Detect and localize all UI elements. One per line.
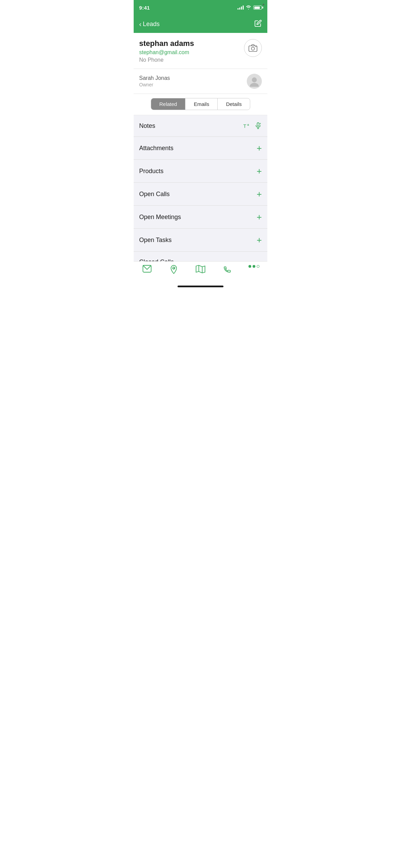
avatar-icon	[249, 76, 260, 87]
open-tasks-section: Open Tasks +	[134, 229, 267, 252]
owner-name: Sarah Jonas	[139, 75, 247, 81]
battery-icon	[253, 5, 262, 10]
owner-role: Owner	[139, 82, 247, 87]
svg-text:+: +	[259, 122, 261, 125]
tab-group: Related Emails Details	[151, 98, 251, 110]
attachments-add-button[interactable]: +	[257, 144, 262, 153]
products-label: Products	[139, 168, 163, 175]
contact-info: stephan adams stephan@gmail.com No Phone	[139, 39, 240, 63]
add-photo-button[interactable]: + +	[244, 39, 262, 57]
home-indicator	[178, 286, 223, 287]
owner-row: Sarah Jonas Owner	[134, 69, 267, 94]
svg-rect-7	[257, 123, 259, 126]
open-calls-label: Open Calls	[139, 191, 170, 198]
svg-point-1	[251, 47, 254, 50]
open-tasks-label: Open Tasks	[139, 237, 172, 244]
text-plus-icon: T +	[243, 122, 250, 130]
owner-info: Sarah Jonas Owner	[139, 75, 247, 87]
products-add-button[interactable]: +	[257, 167, 262, 176]
tab-map[interactable]	[187, 265, 214, 273]
tabs-container: Related Emails Details	[134, 94, 267, 115]
map-tab-icon	[196, 265, 205, 273]
svg-point-3	[252, 77, 257, 82]
attachments-label: Attachments	[139, 145, 173, 152]
open-calls-section: Open Calls +	[134, 183, 267, 206]
contact-name: stephan adams	[139, 39, 240, 48]
notes-section: Notes T + +	[134, 115, 267, 137]
edit-button[interactable]	[254, 20, 262, 29]
camera-plus: +	[263, 3, 265, 7]
back-button[interactable]: ‹ Leads	[139, 21, 160, 28]
tab-phone[interactable]	[214, 265, 241, 273]
svg-text:+: +	[247, 123, 249, 127]
location-tab-icon	[170, 265, 178, 274]
open-tasks-add-button[interactable]: +	[257, 236, 262, 244]
notes-actions: T + +	[243, 122, 262, 130]
status-icons	[238, 5, 262, 10]
tab-email[interactable]	[134, 265, 160, 273]
nav-back-label: Leads	[143, 21, 160, 28]
contact-email[interactable]: stephan@gmail.com	[139, 49, 240, 56]
attachments-section: Attachments +	[134, 137, 267, 160]
open-meetings-section: Open Meetings +	[134, 206, 267, 229]
email-tab-icon	[143, 265, 151, 273]
open-calls-add-button[interactable]: +	[257, 190, 262, 198]
status-time: 9:41	[139, 5, 150, 11]
notes-text-add-button[interactable]: T +	[243, 122, 250, 130]
owner-avatar	[247, 74, 262, 89]
tab-more[interactable]	[241, 265, 267, 268]
signal-icon	[238, 5, 244, 10]
contact-phone: No Phone	[139, 57, 240, 63]
wifi-icon	[246, 5, 251, 10]
camera-icon: +	[248, 44, 257, 52]
tab-location[interactable]	[160, 265, 187, 274]
phone-tab-icon	[223, 265, 231, 273]
status-bar: 9:41	[134, 0, 267, 15]
svg-text:+: +	[255, 45, 256, 48]
open-meetings-label: Open Meetings	[139, 214, 181, 221]
notes-mic-add-button[interactable]: +	[254, 122, 262, 130]
tab-related[interactable]: Related	[151, 98, 186, 110]
back-arrow-icon: ‹	[139, 21, 142, 27]
nav-bar: ‹ Leads	[134, 15, 267, 33]
bottom-tab-bar	[134, 261, 267, 289]
more-dots-icon	[248, 265, 259, 268]
tab-emails[interactable]: Emails	[185, 98, 218, 110]
mic-icon: +	[254, 122, 262, 130]
notes-label: Notes	[139, 122, 155, 130]
open-meetings-add-button[interactable]: +	[257, 213, 262, 221]
contact-header: stephan adams stephan@gmail.com No Phone…	[134, 33, 267, 69]
svg-text:T: T	[243, 123, 246, 129]
products-section: Products +	[134, 160, 267, 183]
tab-details[interactable]: Details	[218, 98, 250, 110]
svg-point-4	[250, 83, 259, 87]
svg-marker-13	[196, 265, 205, 273]
